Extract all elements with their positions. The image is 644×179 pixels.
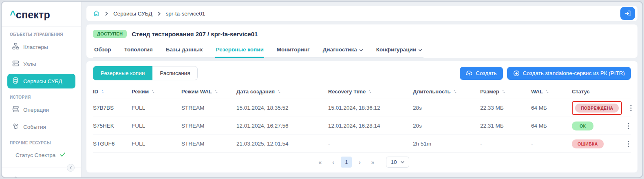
sidebar-item-label: Узлы <box>23 61 36 67</box>
chevron-down-icon <box>400 160 405 164</box>
table-row: S75HEK FULL STREAM 12.01.2024, 16:27:56 … <box>93 117 631 135</box>
cell-mode: FULL <box>132 105 181 111</box>
sidebar-item-settings[interactable]: Настройки <box>7 173 75 178</box>
tab-label: Обзор <box>94 46 111 53</box>
sidebar-item-nodes[interactable]: Узлы <box>7 57 75 71</box>
cell-mode: FULL <box>132 141 181 147</box>
view-toggle: Резервные копии Расписания <box>93 66 198 80</box>
backups-table: ID Режим Режим WAL Дата создания <box>93 85 631 153</box>
column-header-wal-mode[interactable]: Режим WAL <box>181 88 236 95</box>
page-size-select[interactable]: 10 <box>386 157 409 168</box>
cell-created: 21.03.2025, 12:01:54 <box>236 141 328 147</box>
sidebar-item-label: Кластеры <box>23 44 48 50</box>
button-label: Создать standalone-сервис из РК (PITR) <box>523 70 625 76</box>
sidebar-item-dbms-services[interactable]: Сервисы СУБД <box>7 74 75 88</box>
column-header-recovery-time[interactable]: Recovery Time <box>328 88 413 95</box>
cell-recovery-time: 12.01.2024, 16:28:14 <box>328 123 413 129</box>
logo-text: спектр <box>16 9 50 20</box>
sidebar-item-operations[interactable]: Операции <box>7 102 75 117</box>
toggle-schedules-button[interactable]: Расписания <box>152 66 198 80</box>
toggle-backups-button[interactable]: Резервные копии <box>93 66 152 80</box>
sidebar-item-spektr-status[interactable]: Статус Спектра <box>7 148 75 162</box>
tab-label: Диагностика <box>323 46 357 53</box>
server-icon <box>12 60 19 68</box>
breadcrumb-item-dbms-services[interactable]: Сервисы СУБД <box>113 11 152 17</box>
column-label: Статус <box>572 88 590 95</box>
cloud-backup-icon <box>466 70 472 77</box>
table-row: S7B7BS FULL STREAM 15.01.2024, 18:35:52 … <box>93 99 631 117</box>
column-label: WAL <box>531 88 543 95</box>
cell-wal: 64 МБ <box>531 123 572 129</box>
row-menu-button[interactable] <box>626 121 631 131</box>
kebab-menu-icon <box>628 141 629 147</box>
tab-topology[interactable]: Топология <box>124 42 153 58</box>
column-header-duration[interactable]: Длительность <box>413 88 480 95</box>
pagination-last-button[interactable]: » <box>367 157 378 168</box>
pagination-page-1[interactable]: 1 <box>341 157 352 168</box>
tab-label: Мониторинг <box>277 46 310 53</box>
sort-icon <box>151 89 155 94</box>
sort-icon <box>501 89 506 94</box>
sidebar-item-clusters[interactable]: Кластеры <box>7 40 75 54</box>
cell-status: ОК <box>572 123 620 129</box>
pagination-first-button[interactable]: « <box>315 157 325 168</box>
row-menu-button[interactable] <box>626 139 631 149</box>
chevron-down-icon <box>359 48 363 52</box>
pagination-prev-button[interactable]: ‹ <box>328 157 338 168</box>
status-badge: ПОВРЕЖДЕНА <box>575 104 619 113</box>
database-icon <box>12 77 19 85</box>
divider <box>2 168 81 168</box>
breadcrumb-item-service[interactable]: spr-ta-service01 <box>166 11 205 17</box>
status-annotation-box: ПОВРЕЖДЕНА <box>572 101 622 115</box>
sidebar-bottom: Настройки <box>7 164 76 178</box>
tab-label: Топология <box>124 46 153 53</box>
column-header-mode[interactable]: Режим <box>132 88 181 95</box>
pagination-next-button[interactable]: › <box>354 157 365 168</box>
cell-id: STGUF6 <box>93 141 132 147</box>
user-icon <box>12 176 19 178</box>
divider <box>2 27 81 27</box>
cell-created: 12.01.2024, 16:27:56 <box>236 123 328 129</box>
tab-backups[interactable]: Резервные копии <box>215 42 264 58</box>
cell-duration: 20s <box>413 123 480 129</box>
column-header-wal[interactable]: WAL <box>531 88 572 95</box>
chevron-down-icon <box>418 48 422 52</box>
logout-button[interactable] <box>620 7 635 20</box>
tab-diagnostics[interactable]: Диагностика <box>322 42 364 58</box>
table-header-row: ID Режим Режим WAL Дата создания <box>93 85 631 99</box>
home-icon[interactable] <box>93 10 100 17</box>
create-standalone-button[interactable]: Создать standalone-сервис из РК (PITR) <box>507 67 631 80</box>
section-label-history: ИСТОРИЯ <box>10 95 73 99</box>
cell-recovery-time: - <box>328 141 413 147</box>
sidebar-collapse-button[interactable] <box>67 164 75 172</box>
create-backup-button[interactable]: Создать <box>460 67 503 80</box>
tab-configurations[interactable]: Конфигурации <box>376 42 423 58</box>
tab-monitoring[interactable]: Мониторинг <box>276 42 310 58</box>
status-badge: ДОСТУПЕН <box>93 30 127 38</box>
bell-icon <box>12 123 19 131</box>
column-label: Режим WAL <box>181 88 212 95</box>
sort-icon <box>100 89 105 94</box>
table-row: STGUF6 FULL STREAM 21.03.2025, 12:01:54 … <box>93 135 631 153</box>
column-header-size[interactable]: Размер <box>480 88 531 95</box>
page-size-value: 10 <box>390 159 397 165</box>
column-header-id[interactable]: ID <box>93 88 132 95</box>
logo-caret: ^ <box>10 9 16 20</box>
cell-wal-mode: STREAM <box>181 141 236 147</box>
sort-icon <box>368 89 372 94</box>
page-title: Стенд тестирования 207 / spr-ta-service0… <box>132 31 258 38</box>
cell-status: ОШИБКА <box>572 141 620 147</box>
cell-wal: - <box>531 141 572 147</box>
tab-overview[interactable]: Обзор <box>94 42 112 58</box>
section-label-objects: ОБЪЕКТЫ УПРАВЛЕНИЯ <box>10 32 73 37</box>
column-header-created[interactable]: Дата создания <box>236 88 328 95</box>
row-menu-button[interactable] <box>629 103 633 113</box>
column-label: Режим <box>132 88 149 95</box>
tab-label: Базы данных <box>166 46 203 53</box>
column-header-status: Статус <box>572 88 620 95</box>
kebab-menu-icon <box>630 105 632 111</box>
tab-databases[interactable]: Базы данных <box>165 42 203 58</box>
cell-mode: FULL <box>132 123 181 129</box>
sidebar-item-events[interactable]: События <box>7 119 75 134</box>
status-badge: ОК <box>572 122 593 130</box>
